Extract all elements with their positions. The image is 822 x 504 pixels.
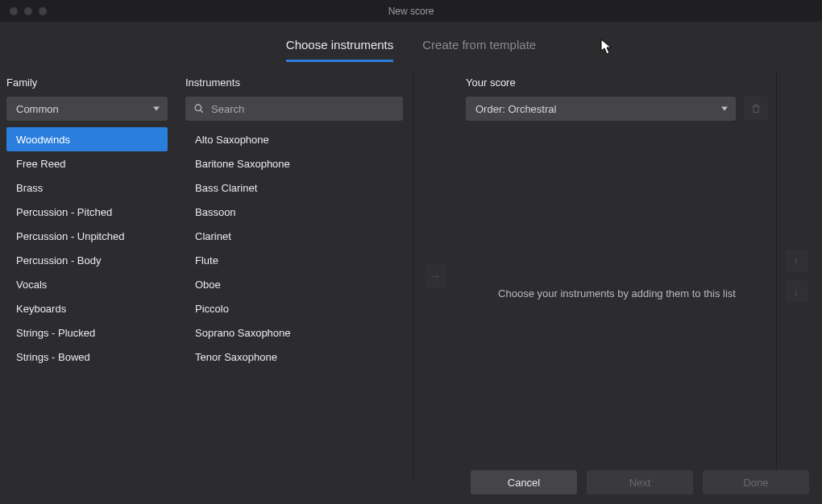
tab-create-from-template[interactable]: Create from template [422, 38, 536, 62]
instrument-list-item[interactable]: Tenor Saxophone [185, 345, 403, 369]
score-empty-placeholder: Choose your instruments by adding them t… [458, 287, 776, 300]
family-heading: Family [6, 72, 168, 97]
search-input[interactable] [211, 103, 395, 115]
minimize-window-button[interactable] [24, 7, 32, 15]
trash-icon [750, 103, 762, 114]
family-list: WoodwindsFree ReedBrassPercussion - Pitc… [6, 127, 168, 369]
chevron-down-icon [721, 107, 728, 111]
family-list-item[interactable]: Strings - Plucked [6, 320, 168, 345]
window-title: New score [0, 6, 822, 17]
instrument-list-item[interactable]: Piccolo [185, 296, 403, 320]
score-heading: Your score [466, 72, 768, 97]
tabs: Choose instruments Create from template [0, 22, 822, 62]
family-list-item[interactable]: Free Reed [6, 151, 168, 176]
instrument-list-item[interactable]: Flute [185, 248, 403, 272]
family-list-item[interactable]: Percussion - Body [6, 248, 168, 272]
window-controls [0, 7, 47, 15]
footer: Cancel Next Done [458, 461, 822, 504]
family-list-item[interactable]: Percussion - Pitched [6, 200, 168, 224]
add-column: → [413, 72, 458, 481]
arrow-up-icon: ↑ [794, 254, 799, 267]
instrument-list-item[interactable]: Baritone Saxophone [185, 151, 403, 176]
score-column: Your score Order: Orchestral Choose your… [458, 72, 777, 481]
search-icon [193, 103, 205, 114]
instrument-list-item[interactable]: Soprano Saxophone [185, 320, 403, 345]
close-window-button[interactable] [10, 7, 18, 15]
score-order-value: Order: Orchestral [475, 103, 556, 115]
family-list-item[interactable]: Woodwinds [6, 127, 168, 151]
family-column: Family Common WoodwindsFree ReedBrassPer… [6, 72, 176, 481]
done-button[interactable]: Done [703, 470, 809, 494]
move-up-button[interactable]: ↑ [785, 250, 807, 272]
family-list-item[interactable]: Keyboards [6, 296, 168, 320]
svg-line-1 [201, 110, 203, 113]
reorder-column: ↑ ↓ [777, 72, 816, 481]
delete-instrument-button[interactable] [744, 97, 768, 121]
family-group-select[interactable]: Common [6, 97, 168, 121]
main-content: Family Common WoodwindsFree ReedBrassPer… [0, 62, 822, 481]
instrument-list-item[interactable]: Bass Clarinet [185, 176, 403, 200]
family-list-item[interactable]: Vocals [6, 272, 168, 296]
instruments-heading: Instruments [185, 72, 403, 97]
titlebar: New score [0, 0, 822, 22]
search-box[interactable] [185, 97, 403, 121]
family-group-select-value: Common [16, 103, 59, 115]
svg-point-0 [195, 105, 201, 111]
instrument-list-item[interactable]: Alto Saxophone [185, 127, 403, 151]
instrument-list-item[interactable]: Oboe [185, 272, 403, 296]
instruments-column: Instruments Alto SaxophoneBaritone Saxop… [176, 72, 413, 481]
tab-choose-instruments[interactable]: Choose instruments [286, 38, 393, 62]
instrument-list-item[interactable]: Clarinet [185, 224, 403, 248]
family-list-item[interactable]: Percussion - Unpitched [6, 224, 168, 248]
arrow-right-icon: → [430, 270, 442, 283]
cancel-button[interactable]: Cancel [471, 470, 577, 494]
family-list-item[interactable]: Strings - Bowed [6, 345, 168, 369]
score-order-select[interactable]: Order: Orchestral [466, 97, 736, 121]
instruments-list: Alto SaxophoneBaritone SaxophoneBass Cla… [185, 127, 403, 369]
chevron-down-icon [153, 107, 160, 111]
arrow-down-icon: ↓ [794, 285, 799, 298]
next-button[interactable]: Next [587, 470, 693, 494]
family-list-item[interactable]: Brass [6, 176, 168, 200]
move-down-button[interactable]: ↓ [785, 280, 807, 303]
instrument-list-item[interactable]: Bassoon [185, 200, 403, 224]
zoom-window-button[interactable] [39, 7, 47, 15]
add-instrument-button[interactable]: → [425, 265, 447, 287]
